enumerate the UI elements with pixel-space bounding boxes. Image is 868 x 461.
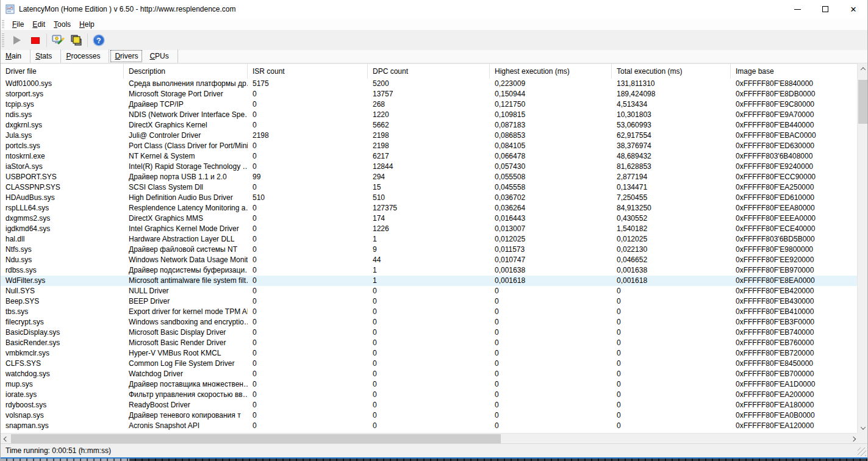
table-row[interactable]: rspLLL64.sys Resplendence Latency Monito… [1,203,858,213]
table-row[interactable]: USBPORT.SYS Драйвер порта USB 1.1 и 2.0 … [1,172,858,182]
menu-help[interactable]: Help [75,19,99,30]
menu-tools[interactable]: Tools [49,19,75,30]
chevron-left-icon [3,436,8,441]
table-row[interactable]: vmbkmclr.sys Hyper-V VMBus Root KMCL 0 0… [1,348,858,359]
column-header-highest-execution[interactable]: Highest execution (ms) [490,64,612,79]
processes-button[interactable] [67,32,85,49]
tab-stats[interactable]: Stats [30,49,61,63]
table-row[interactable]: Ndu.sys Windows Network Data Usage Monit… [1,255,858,265]
menubar-gripper[interactable] [2,20,4,29]
horizontal-scroll-thumb[interactable] [11,434,501,443]
table-row[interactable]: hal.dll Hardware Abstraction Layer DLL 0… [1,234,858,245]
cell-total-execution: 0 [612,317,731,327]
cell-dpc-count: 127375 [368,203,490,213]
cell-description: Windows sandboxing and encryptio… [124,317,248,327]
table-row[interactable]: storport.sys Microsoft Storage Port Driv… [1,89,858,99]
latencymon-window: LatencyMon (Home Edition ) v 6.50 - http… [0,0,868,461]
stop-monitor-button[interactable] [26,32,45,49]
table-row[interactable]: Jula.sys Juli@ Controler Driver 2198 219… [1,130,858,141]
toolbar-gripper[interactable] [2,34,4,47]
column-header-dpc-count[interactable]: DPC count [368,64,490,79]
scroll-down-button[interactable] [858,423,868,433]
table-row[interactable]: CLFS.SYS Common Log File System Driver 0… [1,359,858,369]
column-header-image-base[interactable]: Image base [731,64,858,79]
tab-cpus[interactable]: CPUs [145,49,178,63]
table-row[interactable]: ntoskrnl.exe NT Kernel & System 0 6217 0… [1,151,858,162]
table-row[interactable]: Beep.SYS BEEP Driver 0 0 0 0 0xFFFFF80F'… [1,296,858,307]
table-row[interactable]: dxgmms2.sys DirectX Graphics MMS 0 174 0… [1,213,858,224]
minimize-button[interactable] [783,0,811,18]
resize-grip-icon[interactable] [858,448,866,456]
tab-drivers[interactable]: Drivers [110,50,142,62]
scroll-up-button[interactable] [858,63,868,74]
table-row[interactable]: Wdf01000.sys Среда выполнения платформы … [1,79,858,89]
table-row[interactable]: rdyboost.sys ReadyBoost Driver 0 0 0 0 0… [1,400,858,410]
toolbar: ? [1,30,867,50]
column-header-isr-count[interactable]: ISR count [248,64,368,79]
cell-description: Acronis Snapshot API [124,421,248,431]
table-row[interactable]: iorate.sys Фильтр управления скоростью в… [1,390,858,400]
time-running-status: Time running: 0:00:51 (h:mm:ss) [1,446,111,455]
cell-isr-count: 99 [248,172,368,182]
help-button[interactable]: ? [90,32,108,49]
cell-driver-file: WdFilter.sys [1,276,124,286]
table-row[interactable]: mup.sys Драйвер поставщика множествен… 0… [1,379,858,390]
horizontal-scrollbar[interactable] [1,433,858,443]
vertical-scroll-thumb[interactable] [858,80,867,124]
cell-driver-file: Wdf01000.sys [1,79,124,89]
cell-image-base: 0xFFFFF80F'E8EA0000 [731,276,858,286]
cell-total-execution: 0 [612,410,731,421]
vertical-scrollbar[interactable] [857,63,867,433]
cell-image-base: 0xFFFFF80F'EB420000 [731,286,858,296]
table-row[interactable]: filecrypt.sys Windows sandboxing and enc… [1,317,858,327]
cell-highest-execution: 0,086853 [490,130,612,141]
table-row[interactable]: portcls.sys Port Class (Class Driver for… [1,141,858,151]
menu-file[interactable]: File [8,19,28,30]
table-row[interactable]: igdkmd64.sys Intel Graphics Kernel Mode … [1,224,858,234]
cell-highest-execution: 0,010747 [490,255,612,265]
cell-total-execution: 81,628853 [612,162,731,172]
analyze-button[interactable] [49,32,67,49]
cell-driver-file: BasicRender.sys [1,338,124,348]
table-row[interactable]: ndis.sys NDIS (Network Driver Interface … [1,110,858,120]
table-row[interactable]: HDAudBus.sys High Definition Audio Bus D… [1,193,858,203]
toolbar-separator [87,34,88,47]
table-row[interactable]: CLASSPNP.SYS SCSI Class System Dll 0 15 … [1,182,858,193]
cell-image-base: 0xFFFFF80F'E8450000 [731,359,858,369]
cell-isr-count: 0 [248,141,368,151]
table-row[interactable]: rdbss.sys Драйвер подсистемы буферизаци…… [1,265,858,276]
table-row[interactable]: tcpip.sys Драйвер TCP/IP 0 268 0,121750 … [1,99,858,110]
tab-main[interactable]: Main [1,49,30,63]
cell-dpc-count: 0 [368,338,490,348]
menu-edit[interactable]: Edit [28,19,49,30]
column-header-description[interactable]: Description [124,64,248,79]
cell-description: Common Log File System Driver [124,359,248,369]
table-row[interactable]: volsnap.sys Драйвер теневого копирования… [1,410,858,421]
cell-highest-execution: 0,011573 [490,245,612,255]
start-monitor-button[interactable] [8,32,26,49]
cell-dpc-count: 9 [368,245,490,255]
table-row[interactable]: tbs.sys Export driver for kernel mode TP… [1,307,858,317]
close-button[interactable]: ✕ [839,0,867,18]
scroll-left-button[interactable] [1,434,11,444]
table-row[interactable]: snapman.sys Acronis Snapshot API 0 0 0 0… [1,421,858,431]
table-row[interactable]: WdFilter.sys Microsoft antimalware file … [1,276,858,286]
table-row[interactable]: iaStorA.sys Intel(R) Rapid Storage Techn… [1,162,858,172]
tab-processes[interactable]: Processes [61,49,109,63]
table-row[interactable]: dxgkrnl.sys DirectX Graphics Kernel 0 56… [1,120,858,130]
table-row[interactable]: Null.SYS NULL Driver 0 0 0 0 0xFFFFF80F'… [1,286,858,296]
cell-driver-file: snapman.sys [1,421,124,431]
column-header-driver-file[interactable]: Driver file [1,64,124,79]
cell-description: Драйвер подсистемы буферизаци… [124,265,248,276]
play-icon [13,36,21,45]
cell-description: Export driver for kernel mode TPM API [124,307,248,317]
cell-dpc-count: 268 [368,99,490,110]
table-row[interactable]: Ntfs.sys Драйвер файловой системы NT 0 9… [1,245,858,255]
window-title: LatencyMon (Home Edition ) v 6.50 - http… [19,5,236,13]
table-row[interactable]: watchdog.sys Watchdog Driver 0 0 0 0 0xF… [1,369,858,379]
table-row[interactable]: BasicDisplay.sys Microsoft Basic Display… [1,327,858,338]
title-bar[interactable]: LatencyMon (Home Edition ) v 6.50 - http… [1,0,867,18]
column-header-total-execution[interactable]: Total execution (ms) [612,64,731,79]
table-row[interactable]: BasicRender.sys Microsoft Basic Render D… [1,338,858,348]
maximize-button[interactable] [811,0,839,18]
